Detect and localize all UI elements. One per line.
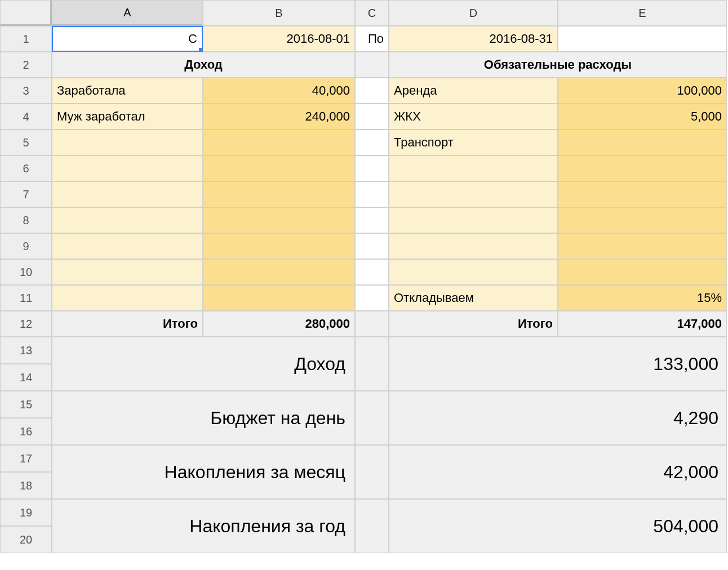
cell-E4[interactable]: 5,000 — [558, 104, 727, 130]
row-header-7[interactable]: 7 — [0, 181, 52, 207]
cell-C19[interactable] — [355, 499, 389, 553]
spreadsheet-grid[interactable]: A B C D E 1 С 2016-08-01 По 2016-08-31 2… — [0, 0, 728, 553]
cell-C1[interactable]: По — [355, 26, 389, 52]
select-all-corner[interactable] — [0, 0, 52, 26]
cell-B8[interactable] — [203, 207, 355, 233]
cell-B5[interactable] — [203, 130, 355, 155]
col-header-D[interactable]: D — [389, 0, 558, 26]
cell-D5[interactable]: Транспорт — [389, 130, 558, 155]
cell-E8[interactable] — [558, 207, 727, 233]
cell-D2-merged[interactable]: Обязательные расходы — [389, 52, 727, 78]
cell-B11[interactable] — [203, 285, 355, 311]
cell-A4[interactable]: Муж заработал — [52, 104, 203, 130]
summary-value-year[interactable]: 504,000 — [389, 499, 727, 553]
cell-A6[interactable] — [52, 155, 203, 181]
summary-label-income[interactable]: Доход — [52, 337, 355, 391]
row-header-15-16[interactable]: 1516 — [0, 391, 52, 445]
col-header-C[interactable]: C — [355, 0, 389, 26]
cell-B9[interactable] — [203, 233, 355, 259]
cell-C12[interactable] — [355, 311, 389, 337]
cell-D11[interactable]: Откладываем — [389, 285, 558, 311]
cell-C13[interactable] — [355, 337, 389, 391]
cell-A8[interactable] — [52, 207, 203, 233]
cell-E9[interactable] — [558, 233, 727, 259]
row-header-4[interactable]: 4 — [0, 104, 52, 130]
cell-E6[interactable] — [558, 155, 727, 181]
cell-C10[interactable] — [355, 259, 389, 285]
row-header-6[interactable]: 6 — [0, 155, 52, 181]
cell-B1[interactable]: 2016-08-01 — [203, 26, 355, 52]
cell-C3[interactable] — [355, 78, 389, 104]
row-header-2[interactable]: 2 — [0, 52, 52, 78]
cell-E10[interactable] — [558, 259, 727, 285]
col-header-B[interactable]: B — [203, 0, 355, 26]
cell-B12[interactable]: 280,000 — [203, 311, 355, 337]
cell-C4[interactable] — [355, 104, 389, 130]
cell-E12[interactable]: 147,000 — [558, 311, 727, 337]
cell-A7[interactable] — [52, 181, 203, 207]
cell-E3[interactable]: 100,000 — [558, 78, 727, 104]
summary-value-month[interactable]: 42,000 — [389, 445, 727, 499]
summary-value-daily[interactable]: 4,290 — [389, 391, 727, 445]
row-header-8[interactable]: 8 — [0, 207, 52, 233]
cell-C9[interactable] — [355, 233, 389, 259]
cell-E11[interactable]: 15% — [558, 285, 727, 311]
cell-C2[interactable] — [355, 52, 389, 78]
cell-C8[interactable] — [355, 207, 389, 233]
cell-E7[interactable] — [558, 181, 727, 207]
cell-A1[interactable]: С — [52, 26, 203, 52]
cell-E1[interactable] — [558, 26, 727, 52]
row-header-5[interactable]: 5 — [0, 130, 52, 155]
cell-B4[interactable]: 240,000 — [203, 104, 355, 130]
cell-C15[interactable] — [355, 391, 389, 445]
row-header-19-20[interactable]: 1920 — [0, 499, 52, 553]
row-header-17-18[interactable]: 1718 — [0, 445, 52, 499]
summary-label-month[interactable]: Накопления за месяц — [52, 445, 355, 499]
cell-C11[interactable] — [355, 285, 389, 311]
summary-label-year[interactable]: Накопления за год — [52, 499, 355, 553]
cell-C5[interactable] — [355, 130, 389, 155]
summary-label-daily[interactable]: Бюджет на день — [52, 391, 355, 445]
cell-D12[interactable]: Итого — [389, 311, 558, 337]
cell-D6[interactable] — [389, 155, 558, 181]
row-header-10[interactable]: 10 — [0, 259, 52, 285]
cell-D8[interactable] — [389, 207, 558, 233]
summary-value-income[interactable]: 133,000 — [389, 337, 727, 391]
cell-B7[interactable] — [203, 181, 355, 207]
cell-A11[interactable] — [52, 285, 203, 311]
cell-D9[interactable] — [389, 233, 558, 259]
cell-D7[interactable] — [389, 181, 558, 207]
cell-A9[interactable] — [52, 233, 203, 259]
cell-B10[interactable] — [203, 259, 355, 285]
row-header-13-14[interactable]: 1314 — [0, 337, 52, 391]
row-header-3[interactable]: 3 — [0, 78, 52, 104]
cell-A3[interactable]: Заработала — [52, 78, 203, 104]
cell-B6[interactable] — [203, 155, 355, 181]
col-header-A[interactable]: A — [52, 0, 203, 26]
cell-E5[interactable] — [558, 130, 727, 155]
row-header-12[interactable]: 12 — [0, 311, 52, 337]
cell-C17[interactable] — [355, 445, 389, 499]
row-header-11[interactable]: 11 — [0, 285, 52, 311]
cell-A12[interactable]: Итого — [52, 311, 203, 337]
row-header-1[interactable]: 1 — [0, 26, 52, 52]
cell-D10[interactable] — [389, 259, 558, 285]
cell-A2-merged[interactable]: Доход — [52, 52, 355, 78]
col-header-E[interactable]: E — [558, 0, 727, 26]
cell-D3[interactable]: Аренда — [389, 78, 558, 104]
cell-A5[interactable] — [52, 130, 203, 155]
cell-D4[interactable]: ЖКХ — [389, 104, 558, 130]
cell-D1[interactable]: 2016-08-31 — [389, 26, 558, 52]
cell-C6[interactable] — [355, 155, 389, 181]
cell-C7[interactable] — [355, 181, 389, 207]
row-header-9[interactable]: 9 — [0, 233, 52, 259]
cell-A10[interactable] — [52, 259, 203, 285]
cell-B3[interactable]: 40,000 — [203, 78, 355, 104]
